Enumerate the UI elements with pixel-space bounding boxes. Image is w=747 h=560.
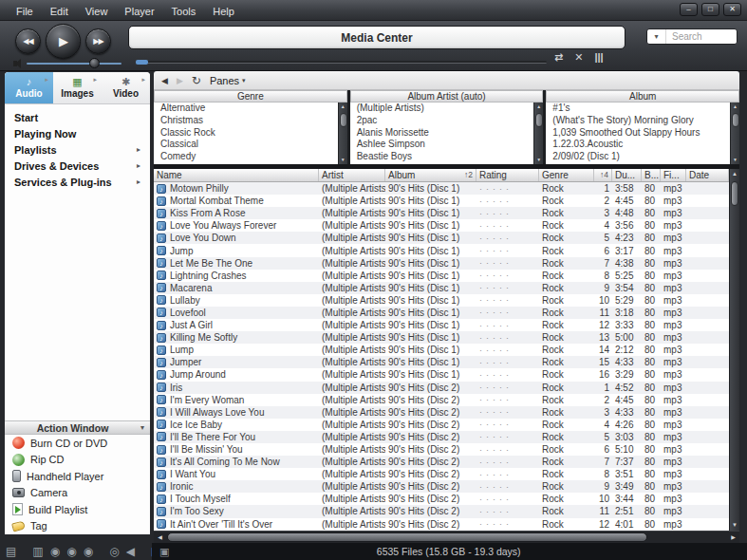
action-item[interactable]: Build Playlist — [5, 501, 150, 518]
pane-list-item[interactable]: Ashlee Simpson — [350, 139, 544, 151]
action-item[interactable]: Tag — [5, 518, 150, 535]
sidebar-item[interactable]: Playlists ▸ — [5, 141, 150, 158]
track-rating[interactable]: ····· — [476, 207, 539, 220]
pane-list-item[interactable]: Comedy — [154, 151, 347, 163]
tab-images[interactable]: ▦ Images ▸ — [53, 72, 102, 103]
table-row[interactable]: Let Me Be The One (Multiple Artists) 90'… — [154, 257, 729, 270]
album-pane-header[interactable]: Album — [546, 90, 739, 103]
pane-list-item[interactable]: Christmas — [154, 115, 347, 127]
sidebar-item[interactable]: Playing Now ▸ — [5, 125, 150, 141]
library-stack-icon[interactable]: ▥ — [32, 546, 43, 557]
pane-scrollbar[interactable]: ▲ ▼ — [533, 103, 543, 164]
volume-knob[interactable] — [89, 58, 100, 68]
copy-disc-icon[interactable]: ◉ — [84, 546, 93, 557]
action-item[interactable]: Burn CD or DVD — [5, 435, 150, 452]
menu-item[interactable]: Player — [116, 6, 162, 17]
equalizer-icon[interactable]: ||| — [594, 51, 603, 64]
menu-item[interactable]: View — [77, 6, 117, 17]
scroll-up-icon[interactable]: ▲ — [730, 169, 739, 179]
track-rating[interactable]: ····· — [476, 344, 539, 357]
play-button[interactable]: ▶ — [46, 24, 81, 59]
vertical-scrollbar[interactable]: ▲ ▼ — [729, 169, 739, 531]
shuffle-icon[interactable]: ✕ — [574, 51, 583, 64]
menu-item[interactable]: File — [8, 6, 42, 17]
table-row[interactable]: It's All Coming To Me Now (Multiple Arti… — [154, 456, 729, 468]
track-rating[interactable]: ····· — [476, 182, 539, 196]
table-row[interactable]: Lovefool (Multiple Artists) 90's Hits (D… — [154, 307, 729, 319]
pane-list-item[interactable]: Beastie Boys — [350, 151, 544, 163]
burn-disc-icon[interactable]: ◉ — [50, 546, 60, 557]
table-row[interactable]: Kiss From A Rose (Multiple Artists) 90's… — [154, 207, 729, 219]
table-row[interactable]: Jump (Multiple Artists) 90's Hits (Disc … — [154, 244, 729, 256]
track-rating[interactable]: ····· — [476, 256, 539, 270]
column-header-date[interactable]: Date — [686, 169, 729, 181]
table-row[interactable]: I Want You (Multiple Artists) 90's Hits … — [154, 468, 729, 480]
scroll-down-icon[interactable]: ▼ — [339, 156, 347, 164]
table-row[interactable]: I'll Be There For You (Multiple Artists)… — [154, 431, 729, 443]
track-rating[interactable]: ····· — [476, 232, 539, 245]
track-rating[interactable]: ····· — [476, 219, 539, 233]
panes-menu[interactable]: Panes — [210, 75, 239, 86]
track-rating[interactable]: ····· — [476, 381, 539, 394]
scroll-thumb[interactable] — [167, 532, 647, 542]
pane-list-item[interactable]: 2pac — [350, 115, 544, 127]
table-row[interactable]: Killing Me Softly (Multiple Artists) 90'… — [154, 331, 729, 344]
sidebar-item[interactable]: Services & Plug-ins ▸ — [5, 174, 150, 190]
action-item[interactable]: Camera — [5, 485, 150, 502]
column-header-artist[interactable]: Artist — [319, 169, 385, 181]
maximize-button[interactable]: □ — [701, 3, 719, 16]
table-row[interactable]: Ironic (Multiple Artists) 90's Hits (Dis… — [154, 480, 729, 493]
next-button[interactable]: ▶▶ — [85, 28, 111, 54]
track-rating[interactable]: ····· — [476, 281, 539, 294]
menu-item[interactable]: Edit — [42, 6, 77, 17]
scroll-down-icon[interactable]: ▼ — [730, 520, 739, 531]
column-header-genre[interactable]: Genre — [539, 169, 594, 181]
table-row[interactable]: I'm Too Sexy (Multiple Artists) 90's Hit… — [154, 505, 729, 517]
speaker-icon[interactable]: ◀ — [126, 546, 135, 557]
pane-scrollbar[interactable]: ▲ ▼ — [338, 103, 347, 164]
table-row[interactable]: Mortal Kombat Theme (Multiple Artists) 9… — [154, 195, 729, 207]
menu-item[interactable]: Tools — [163, 6, 205, 17]
track-rating[interactable]: ····· — [476, 293, 539, 307]
table-row[interactable]: I'll Be Missin' You (Multiple Artists) 9… — [154, 443, 729, 456]
column-header-name[interactable]: Name — [154, 169, 319, 181]
scroll-up-icon[interactable]: ▲ — [534, 103, 543, 111]
scroll-thumb[interactable] — [731, 181, 738, 206]
track-rating[interactable]: ····· — [476, 269, 539, 282]
menu-item[interactable]: Help — [204, 6, 243, 17]
track-rating[interactable]: ····· — [476, 468, 539, 481]
scroll-thumb[interactable] — [732, 113, 739, 127]
pane-list-item[interactable]: (What's The Story) Morning Glory — [546, 115, 739, 127]
track-rating[interactable]: ····· — [476, 393, 539, 406]
table-row[interactable]: It Ain't Over 'Till It's Over (Multiple … — [154, 518, 729, 531]
table-row[interactable]: I Touch Myself (Multiple Artists) 90's H… — [154, 493, 729, 505]
track-rating[interactable]: ····· — [476, 306, 539, 319]
pane-list-item[interactable]: #1's — [546, 103, 739, 115]
pane-list-item[interactable]: 1,039 Smoothed Out Slappy Hours — [546, 127, 739, 140]
refresh-icon[interactable]: ↻ — [192, 76, 201, 85]
column-header-album[interactable]: Album↑2 — [385, 169, 476, 181]
table-row[interactable]: Iris (Multiple Artists) 90's Hits (Disc … — [154, 382, 729, 394]
table-row[interactable]: Jump Around (Multiple Artists) 90's Hits… — [154, 368, 729, 381]
track-rating[interactable]: ····· — [476, 331, 539, 345]
column-header-track[interactable]: ↑4 — [594, 169, 612, 181]
scroll-thumb[interactable] — [535, 113, 543, 127]
table-row[interactable]: Motown Philly (Multiple Artists) 90's Hi… — [154, 182, 729, 195]
track-rating[interactable]: ····· — [476, 418, 539, 431]
eject-disc-icon[interactable]: ◎ — [109, 546, 119, 557]
tab-audio[interactable]: ♪ Audio ▸ — [5, 72, 53, 103]
table-row[interactable]: Ice Ice Baby (Multiple Artists) 90's Hit… — [154, 419, 729, 431]
pane-list-item[interactable]: Classic Rock — [154, 127, 347, 140]
genre-pane-header[interactable]: Genre — [154, 90, 347, 103]
sidebar-item[interactable]: Drives & Devices ▸ — [5, 158, 150, 174]
pane-list-item[interactable]: Alternative — [154, 103, 347, 115]
table-row[interactable]: Lump (Multiple Artists) 90's Hits (Disc … — [154, 344, 729, 356]
scroll-down-icon[interactable]: ▼ — [534, 156, 543, 164]
pane-list-item[interactable]: (Multiple Artists) — [350, 103, 544, 115]
tab-video[interactable]: ✱ Video ▸ — [102, 72, 150, 103]
table-row[interactable]: Macarena (Multiple Artists) 90's Hits (D… — [154, 282, 729, 294]
pane-list-item[interactable]: Classical — [154, 139, 347, 151]
seek-slider[interactable] — [136, 61, 547, 64]
column-header-bitrate[interactable]: B... — [642, 169, 661, 181]
scroll-up-icon[interactable]: ▲ — [339, 103, 347, 111]
